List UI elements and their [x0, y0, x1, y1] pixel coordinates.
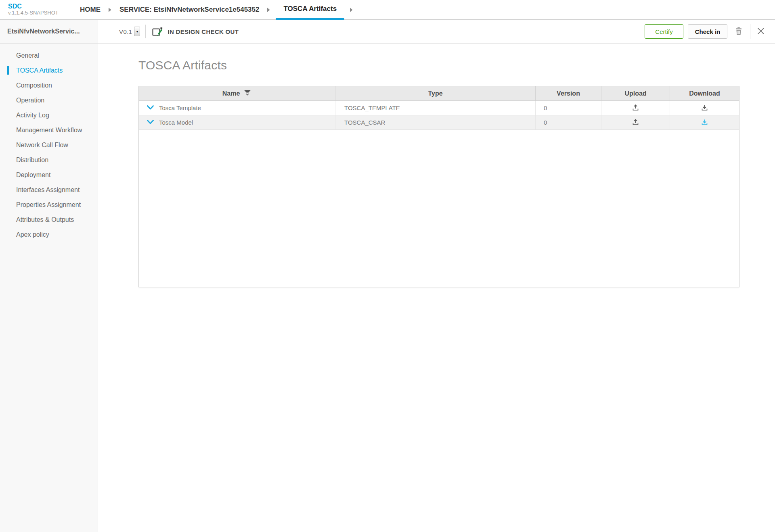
close-button[interactable]	[757, 27, 765, 36]
download-icon-active	[700, 118, 709, 127]
certify-button[interactable]: Certify	[645, 24, 683, 39]
logo-title: SDC	[8, 3, 78, 10]
artifact-name-cell: Tosca Template	[139, 101, 335, 115]
breadcrumb-separator-icon	[109, 0, 111, 19]
artifact-type-cell: TOSCA_TEMPLATE	[335, 101, 536, 115]
sort-desc-icon	[243, 90, 251, 97]
sidebar: EtsiNfvNetworkServic... General TOSCA Ar…	[0, 20, 98, 532]
sidebar-item-distribution[interactable]: Distribution	[0, 152, 98, 167]
artifact-download-cell	[670, 115, 739, 130]
download-button[interactable]	[700, 118, 709, 127]
sidebar-menu: General TOSCA Artifacts Composition Oper…	[0, 44, 98, 242]
column-header-type[interactable]: Type	[335, 86, 536, 101]
artifact-version-cell: 0	[536, 101, 601, 115]
breadcrumb-service[interactable]: SERVICE: EtsiNfvNetworkService1e545352	[117, 0, 262, 19]
upload-icon	[631, 118, 640, 127]
artifact-type-cell: TOSCA_CSAR	[335, 115, 536, 130]
sidebar-item-operation[interactable]: Operation	[0, 93, 98, 108]
delete-button[interactable]	[734, 26, 743, 37]
toolbar-actions: Certify Check in	[645, 24, 775, 39]
page-title: TOSCA Artifacts	[138, 58, 775, 72]
logo-version: v.1.1.4.5-SNAPSHOT	[8, 10, 78, 16]
sidebar-item-deployment[interactable]: Deployment	[0, 167, 98, 182]
content-area: V0.1 ▼ IN DESIGN CHECK OUT Certify Check…	[98, 20, 775, 532]
app-root: SDC v.1.1.4.5-SNAPSHOT HOME SERVICE: Ets…	[0, 0, 775, 532]
table-row: Tosca Model TOSCA_CSAR 0	[139, 115, 739, 130]
sidebar-item-network-call-flow[interactable]: Network Call Flow	[0, 138, 98, 152]
sdc-logo[interactable]: SDC v.1.1.4.5-SNAPSHOT	[0, 0, 78, 19]
artifact-download-cell	[670, 101, 739, 115]
table-row: Tosca Template TOSCA_TEMPLATE 0	[139, 101, 739, 115]
table-empty-area	[139, 130, 739, 287]
sidebar-item-interfaces-assignment[interactable]: Interfaces Assignment	[0, 182, 98, 197]
upload-button[interactable]	[631, 118, 640, 127]
artifact-upload-cell	[601, 101, 670, 115]
column-header-upload[interactable]: Upload	[601, 86, 670, 101]
column-header-version[interactable]: Version	[536, 86, 601, 101]
upload-icon	[631, 103, 640, 113]
artifact-name: Tosca Model	[159, 119, 193, 126]
check-in-button[interactable]: Check in	[688, 24, 727, 39]
expand-row-button[interactable]	[147, 105, 154, 111]
artifact-version-cell: 0	[536, 115, 601, 130]
chevron-down-icon	[147, 105, 154, 111]
version-dropdown[interactable]: ▼	[134, 27, 140, 36]
breadcrumb-tosca-artifacts[interactable]: TOSCA Artifacts	[276, 0, 344, 20]
sidebar-item-general[interactable]: General	[0, 48, 98, 63]
toolbar-divider	[750, 24, 750, 39]
breadcrumb-separator-icon	[350, 0, 353, 19]
version-value: V0.1	[119, 28, 132, 35]
artifact-name: Tosca Template	[159, 104, 201, 111]
toolbar: V0.1 ▼ IN DESIGN CHECK OUT Certify Check…	[98, 20, 775, 44]
breadcrumb-separator-icon	[267, 0, 270, 19]
artifacts-table: Name Type Version Upload Download	[138, 86, 739, 287]
breadcrumb: HOME SERVICE: EtsiNfvNetworkService1e545…	[78, 0, 358, 19]
trash-icon	[734, 26, 743, 37]
sidebar-item-composition[interactable]: Composition	[0, 78, 98, 93]
top-nav: SDC v.1.1.4.5-SNAPSHOT HOME SERVICE: Ets…	[0, 0, 775, 20]
upload-button[interactable]	[631, 103, 640, 113]
tosca-artifacts-panel: TOSCA Artifacts Name Type Vers	[98, 58, 775, 287]
sidebar-item-apex-policy[interactable]: Apex policy	[0, 227, 98, 242]
artifact-upload-cell	[601, 115, 670, 130]
column-header-name[interactable]: Name	[139, 86, 335, 101]
table-header-row: Name Type Version Upload Download	[139, 86, 739, 101]
sidebar-item-management-workflow[interactable]: Management Workflow	[0, 123, 98, 138]
lifecycle-status-label: IN DESIGN CHECK OUT	[168, 28, 239, 35]
column-header-download[interactable]: Download	[670, 86, 739, 101]
expand-row-button[interactable]	[147, 119, 154, 125]
column-header-name-label: Name	[222, 90, 240, 97]
toolbar-divider	[145, 25, 146, 38]
sidebar-item-tosca-artifacts[interactable]: TOSCA Artifacts	[0, 63, 98, 78]
sidebar-item-properties-assignment[interactable]: Properties Assignment	[0, 197, 98, 212]
service-name-header: EtsiNfvNetworkServic...	[0, 20, 98, 44]
download-icon	[700, 103, 709, 113]
breadcrumb-home[interactable]: HOME	[78, 0, 103, 19]
artifact-name-cell: Tosca Model	[139, 115, 335, 130]
checkout-edit-icon	[152, 26, 163, 37]
sidebar-item-attributes-outputs[interactable]: Attributes & Outputs	[0, 212, 98, 227]
sidebar-item-activity-log[interactable]: Activity Log	[0, 108, 98, 123]
download-button[interactable]	[700, 103, 709, 113]
chevron-down-icon	[147, 119, 154, 125]
close-icon	[757, 27, 765, 36]
